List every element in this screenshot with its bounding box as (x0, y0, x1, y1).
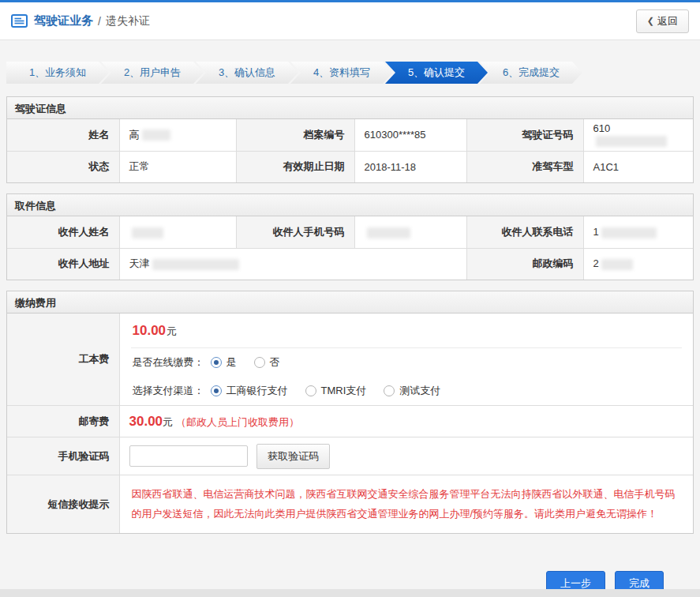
recipient-phone-label: 收件人联系电话 (466, 216, 583, 248)
redacted-blur (601, 259, 633, 270)
back-chevron-icon: ❮ (647, 16, 654, 26)
radio-option-no[interactable]: 否 (254, 355, 280, 370)
redacted-blur (142, 130, 170, 141)
redacted-blur (132, 227, 163, 238)
step-tab-6[interactable]: 6、完成提交 (480, 62, 582, 84)
fee-section: 缴纳费用 工本费 10.00元 是否在线缴费： 是 否 (6, 291, 694, 534)
step-tab-3[interactable]: 3、确认信息 (196, 62, 298, 84)
table-row: 短信接收提示 因陕西省联通、电信运营商技术问题，陕西省互联网交通安全综合服务管理… (7, 475, 693, 534)
radio-option-test[interactable]: 测试支付 (384, 384, 440, 398)
step-progress-bar: 1、业务须知 2、用户申告 3、确认信息 4、资料填写 5、确认提交 6、完成提… (6, 62, 694, 84)
sms-notice-cell: 因陕西省联通、电信运营商技术问题，陕西省互联网交通安全综合服务管理平台无法向持陕… (119, 475, 693, 534)
page-header: 驾驶证业务 / 遗失补证 ❮ 返回 (0, 2, 700, 40)
fee-table: 工本费 10.00元 是否在线缴费： 是 否 选 (7, 314, 693, 533)
recipient-mobile-label: 收件人手机号码 (236, 216, 354, 248)
redacted-blur (152, 259, 239, 270)
step-tab-1[interactable]: 1、业务须知 (6, 62, 109, 84)
get-sms-code-button[interactable]: 获取验证码 (256, 444, 330, 469)
radio-icon (211, 357, 222, 368)
breadcrumb-current: 遗失补证 (106, 14, 150, 28)
sms-code-input[interactable] (129, 445, 248, 467)
table-row: 工本费 10.00元 是否在线缴费： 是 否 选 (7, 314, 693, 406)
production-fee-amount: 10.00元 (131, 314, 683, 348)
radio-option-label: 是 (226, 355, 237, 370)
license-business-icon (11, 14, 28, 28)
radio-icon (254, 357, 265, 368)
recipient-phone-text: 1 (593, 226, 599, 238)
radio-icon (384, 385, 395, 396)
table-row: 收件人姓名 收件人手机号码 收件人联系电话 1 (7, 216, 693, 248)
mail-fee-label: 邮寄费 (7, 406, 119, 437)
recipient-mobile-value (354, 216, 466, 248)
table-row: 状态 正常 有效期止日期 2018-11-18 准驾车型 A1C1 (7, 151, 693, 182)
status-value: 正常 (119, 151, 236, 182)
recipient-address-label: 收件人地址 (7, 248, 119, 280)
license-section-title: 驾驶证信息 (7, 97, 693, 119)
step-tab-5[interactable]: 5、确认提交 (385, 62, 488, 84)
recipient-phone-value: 1 (583, 216, 693, 248)
payment-channel-label: 选择支付渠道： (133, 384, 204, 398)
table-row: 手机验证码 获取验证码 (7, 437, 693, 475)
file-number-label: 档案编号 (236, 119, 354, 151)
table-row: 姓名 高 档案编号 610300****85 驾驶证号码 610 (7, 119, 693, 151)
postcode-value: 2 (583, 248, 693, 280)
license-number-text: 610 (593, 122, 611, 134)
expiry-label: 有效期止日期 (236, 151, 354, 182)
status-label: 状态 (7, 151, 119, 182)
expiry-value: 2018-11-18 (354, 151, 466, 182)
name-value: 高 (119, 119, 236, 151)
radio-option-label: 工商银行支付 (226, 384, 288, 398)
pickup-section-title: 取件信息 (7, 194, 693, 216)
radio-option-yes[interactable]: 是 (211, 355, 237, 370)
vehicle-class-label: 准驾车型 (466, 151, 583, 182)
vehicle-class-value: A1C1 (583, 151, 693, 182)
back-button-label: 返回 (657, 14, 678, 28)
table-row: 邮寄费 30.00元（邮政人员上门收取费用） (7, 406, 693, 437)
radio-option-tmri[interactable]: TMRI支付 (305, 384, 367, 398)
license-info-section: 驾驶证信息 姓名 高 档案编号 610300****85 驾驶证号码 610 状… (6, 96, 694, 183)
breadcrumb-divider: / (98, 15, 101, 28)
file-number-value: 610300****85 (354, 119, 466, 151)
sms-code-cell: 获取验证码 (119, 437, 693, 475)
sms-notice-label: 短信接收提示 (7, 475, 119, 534)
production-fee-label: 工本费 (7, 314, 119, 406)
table-row: 收件人地址 天津 邮政编码 2 (7, 248, 693, 280)
recipient-address-text: 天津 (129, 257, 150, 269)
mail-fee-cell: 30.00元（邮政人员上门收取费用） (119, 406, 693, 437)
radio-icon (305, 385, 316, 396)
radio-icon (211, 385, 222, 396)
mail-fee-note: （邮政人员上门收取费用） (176, 416, 299, 428)
redacted-blur (596, 136, 667, 147)
back-button[interactable]: ❮ 返回 (636, 9, 689, 33)
radio-option-label: TMRI支付 (321, 384, 367, 398)
postcode-text: 2 (593, 257, 599, 269)
page-title: 驾驶证业务 (34, 13, 93, 28)
recipient-name-label: 收件人姓名 (7, 216, 119, 248)
online-payment-row: 是否在线缴费： 是 否 (131, 348, 683, 377)
redacted-blur (601, 227, 657, 238)
step-tab-2[interactable]: 2、用户申告 (101, 62, 204, 84)
fee-section-title: 缴纳费用 (7, 291, 693, 314)
recipient-name-value (119, 216, 236, 248)
postcode-label: 邮政编码 (466, 248, 583, 280)
radio-option-icbc[interactable]: 工商银行支付 (211, 384, 288, 398)
radio-option-label: 测试支付 (399, 384, 440, 398)
online-payment-label: 是否在线缴费： (133, 355, 204, 370)
license-number-label: 驾驶证号码 (466, 119, 583, 151)
license-info-table: 姓名 高 档案编号 610300****85 驾驶证号码 610 状态 正常 有… (7, 119, 693, 182)
redacted-blur (367, 227, 410, 238)
footer-strip (0, 589, 700, 597)
pickup-info-section: 取件信息 收件人姓名 收件人手机号码 收件人联系电话 1 收件人地址 天津 邮政… (6, 193, 694, 280)
radio-option-label: 否 (270, 355, 280, 370)
recipient-address-value: 天津 (119, 248, 466, 280)
production-fee-cell: 10.00元 是否在线缴费： 是 否 选择支付渠道： (119, 314, 693, 406)
payment-channel-row: 选择支付渠道： 工商银行支付 TMRI支付 测试支付 (131, 377, 683, 405)
production-fee-number: 10.00 (133, 323, 167, 338)
production-fee-unit: 元 (167, 325, 177, 337)
name-value-text: 高 (129, 129, 140, 141)
license-number-value: 610 (583, 119, 693, 151)
name-label: 姓名 (7, 119, 119, 151)
sms-notice-text: 因陕西省联通、电信运营商技术问题，陕西省互联网交通安全综合服务管理平台无法向持陕… (132, 485, 682, 524)
mail-fee-unit: 元 (163, 416, 173, 428)
step-tab-4[interactable]: 4、资料填写 (290, 62, 393, 84)
